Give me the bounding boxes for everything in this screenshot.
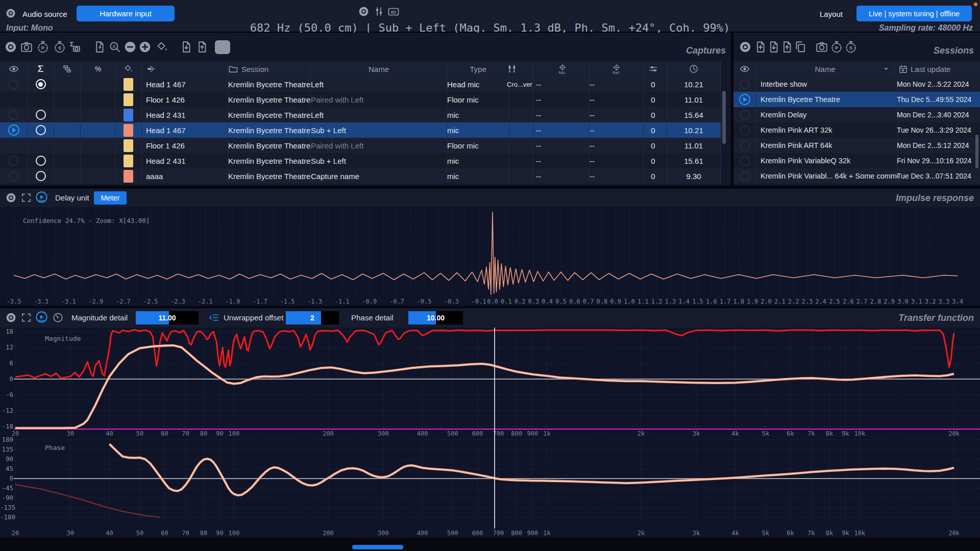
captures-header-sum-icon[interactable]: Σ xyxy=(28,61,54,77)
captures-header-percent-icon[interactable]: % xyxy=(81,61,115,77)
capture-row[interactable]: Head 1 467Kremlin Bycetre TheatreLeftHea… xyxy=(0,77,721,92)
capture-color-swatch[interactable] xyxy=(124,93,133,106)
captures-header-delay-icon[interactable] xyxy=(667,61,721,77)
session-visible-radio[interactable] xyxy=(740,171,750,181)
sessions-tool-stopwatch-s-icon[interactable]: S xyxy=(844,40,857,54)
io-icon[interactable]: IO xyxy=(387,6,400,18)
unwrapped-offset-slider[interactable]: 2 xyxy=(286,311,339,324)
captures-header-visible-eye-icon[interactable] xyxy=(0,61,28,77)
sessions-header-name[interactable]: Name xyxy=(756,61,894,77)
capture-row[interactable]: aaaaKremlin Bycetre TheatreCapture namem… xyxy=(0,168,721,184)
sessions-tool-camera-icon[interactable] xyxy=(815,40,828,54)
capture-row[interactable]: Head 1 467Kremlin Bycetre TheatreSub + L… xyxy=(0,122,721,138)
phase-detail-slider[interactable]: 10.00 xyxy=(408,311,463,324)
session-row[interactable]: Interbee showMon Nov 2...5:22 2024 xyxy=(733,77,980,92)
frequency-cursor-line[interactable] xyxy=(494,328,495,529)
capture-play-button[interactable] xyxy=(8,124,19,136)
captures-scrollbar[interactable] xyxy=(722,91,726,144)
session-visible-radio[interactable] xyxy=(740,80,750,89)
settings-gear-icon[interactable] xyxy=(358,6,370,17)
capture-color-swatch[interactable] xyxy=(124,170,133,183)
capture-sum-radio[interactable] xyxy=(36,110,46,120)
capture-visible-radio[interactable] xyxy=(9,171,18,181)
captures-header-mic-pair-icon[interactable] xyxy=(505,61,533,77)
sessions-tool-stopwatch-p-icon[interactable]: P xyxy=(830,40,843,54)
session-visible-radio[interactable] xyxy=(740,156,750,166)
captures-tool-paint-icon[interactable] xyxy=(156,40,169,54)
captures-tool-sum-capture-icon[interactable]: Σ xyxy=(68,40,81,54)
bottom-scrollbar-handle[interactable] xyxy=(352,545,403,549)
capture-visible-radio[interactable] xyxy=(9,156,18,166)
capture-color-swatch[interactable] xyxy=(124,139,133,152)
session-visible-radio[interactable] xyxy=(740,110,750,120)
sessions-tool-gear-icon[interactable] xyxy=(739,40,752,54)
captures-tool-stopwatch-s-icon[interactable]: S xyxy=(53,40,66,54)
session-play-button[interactable] xyxy=(739,94,750,105)
capture-color-swatch[interactable] xyxy=(124,109,133,121)
sessions-tool-file-plus-icon[interactable] xyxy=(754,40,767,54)
magnitude-plot[interactable] xyxy=(0,328,980,430)
hardware-input-button[interactable]: Hardware input xyxy=(77,6,175,21)
capture-color-swatch[interactable] xyxy=(124,78,133,91)
layout-label[interactable]: Layout xyxy=(820,10,843,18)
sessions-scrollbar[interactable] xyxy=(975,135,978,168)
captures-header-microphone-icon[interactable] xyxy=(142,61,228,77)
session-row[interactable]: Kremlin Pink ART 64kMon Dec 2...5:12 202… xyxy=(733,138,980,153)
captures-header-color-icon[interactable] xyxy=(115,61,142,77)
captures-tool-search-d-icon[interactable]: d xyxy=(108,40,121,54)
capture-visible-radio[interactable] xyxy=(9,80,18,89)
session-row[interactable]: Kremlin Pink ART 32kTue Nov 26...3:29 20… xyxy=(733,122,980,138)
transfer-fullscreen-icon[interactable] xyxy=(20,312,32,323)
captures-header-mic-target-icon[interactable]: Mic. xyxy=(532,61,590,77)
captures-header-ref-target-icon[interactable]: Ref. xyxy=(585,61,644,77)
capture-row[interactable]: Floor 1 426Kremlin Bycetre TheatrePaired… xyxy=(0,138,721,153)
captures-header-gain-icon[interactable] xyxy=(640,61,667,77)
transfer-live-icon[interactable]: live xyxy=(35,311,48,324)
sessions-tool-file-up-icon[interactable] xyxy=(780,40,794,54)
captures-header-name[interactable]: Name xyxy=(307,61,447,77)
captures-tool-file-up-icon[interactable] xyxy=(195,40,209,54)
unwrapped-offset-icon[interactable] xyxy=(208,312,220,323)
capture-sum-radio-checked[interactable] xyxy=(36,79,46,89)
captures-tool-plus-circle-icon[interactable] xyxy=(138,40,152,54)
sessions-header-visible-eye-icon[interactable] xyxy=(733,61,756,77)
session-row[interactable]: Kremlin Pink Variabl... 64k + Some comme… xyxy=(733,168,980,184)
captures-tool-camera-icon[interactable] xyxy=(20,40,33,54)
delay-unit-meter-button[interactable]: Meter xyxy=(94,191,127,205)
session-visible-radio[interactable] xyxy=(740,141,750,151)
capture-color-swatch[interactable] xyxy=(124,155,133,167)
session-row[interactable]: Kremlin Bycetre TheatreThu Dec 5...49:55… xyxy=(733,92,980,107)
mixer-icon[interactable] xyxy=(373,6,385,17)
capture-sum-radio[interactable] xyxy=(36,171,46,181)
session-row[interactable]: Kremlin Pink VariableQ 32kFri Nov 29...1… xyxy=(733,153,980,168)
capture-color-swatch[interactable] xyxy=(124,124,133,137)
captures-tool-file-down-icon[interactable] xyxy=(180,40,193,54)
captures-tool-stopwatch-p-icon[interactable]: P xyxy=(36,40,50,54)
magnitude-detail-slider[interactable]: 11.00 xyxy=(136,311,199,324)
capture-row[interactable]: Head 2 431Kremlin Bycetre TheatreSub + L… xyxy=(0,153,721,168)
captures-header-layers-icon[interactable] xyxy=(54,61,81,77)
captures-header-session[interactable]: Session xyxy=(224,61,311,77)
capture-row[interactable]: Floor 1 426Kremlin Bycetre TheatrePaired… xyxy=(0,92,721,107)
sessions-header-last-update[interactable]: Last update xyxy=(894,61,980,77)
impulse-fullscreen-icon[interactable] xyxy=(20,192,32,204)
session-row[interactable]: Kremlin DelayMon Dec 2...3:40 2024 xyxy=(733,107,980,122)
color-swatch-tool[interactable] xyxy=(215,40,230,54)
capture-visible-radio[interactable] xyxy=(9,110,18,120)
phase-plot[interactable] xyxy=(0,438,980,529)
capture-row[interactable]: Head 2 431Kremlin Bycetre TheatreLeftmic… xyxy=(0,107,721,122)
capture-sum-radio[interactable] xyxy=(36,125,46,135)
capture-sum-radio[interactable] xyxy=(36,156,46,166)
captures-tool-gear-icon[interactable] xyxy=(4,40,17,54)
captures-tool-file-bolt-icon[interactable] xyxy=(93,40,106,54)
impulse-settings-gear-icon[interactable] xyxy=(5,192,17,204)
captures-tool-minus-circle-icon[interactable] xyxy=(124,40,137,54)
mode-button[interactable]: Live | system tuning | offline xyxy=(856,6,972,21)
captures-header-type[interactable]: Type xyxy=(443,61,509,77)
transfer-settings-gear-icon[interactable] xyxy=(5,312,17,323)
impulse-live-icon[interactable]: live xyxy=(35,191,48,205)
gauge-icon[interactable] xyxy=(52,312,64,323)
audio-source-gear-icon[interactable] xyxy=(5,8,16,19)
sessions-tool-copy-icon[interactable] xyxy=(794,40,807,54)
session-visible-radio[interactable] xyxy=(740,126,750,135)
